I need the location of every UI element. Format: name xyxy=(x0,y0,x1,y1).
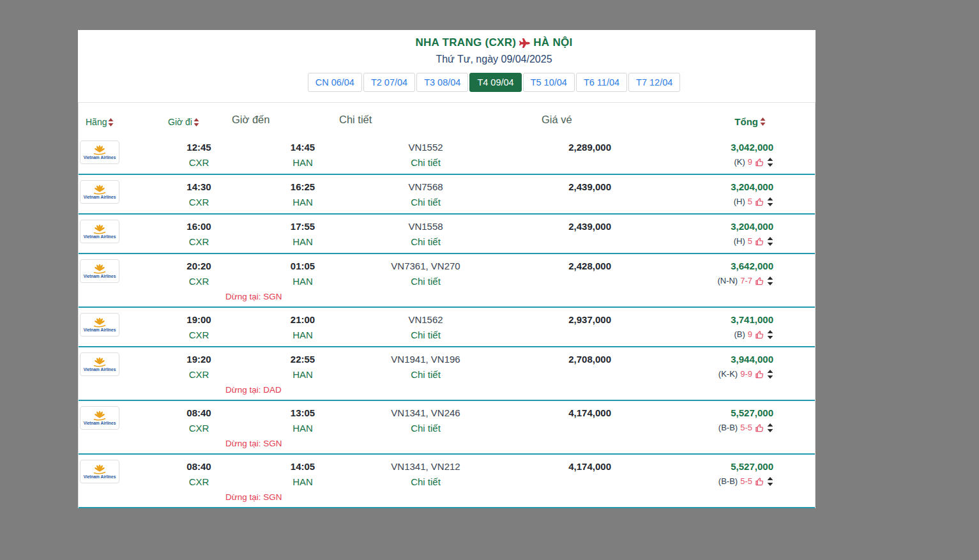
seats-left: 5 xyxy=(748,194,752,209)
seats-left: 5 xyxy=(748,234,752,249)
price-cell: 2,428,000 xyxy=(487,259,621,289)
plane-icon xyxy=(519,38,531,48)
departure-cell: 14:30 CXR xyxy=(156,179,241,210)
departure-airport-code: CXR xyxy=(156,234,241,250)
detail-link[interactable]: Chi tiết xyxy=(411,194,441,210)
fare-info: (B) 9 xyxy=(621,327,773,342)
price-stepper[interactable] xyxy=(767,158,773,167)
departure-airport-code: CXR xyxy=(156,194,241,210)
price-stepper[interactable] xyxy=(767,330,773,339)
price-stepper[interactable] xyxy=(767,237,773,246)
flight-number: VN1341, VN212 xyxy=(364,459,487,474)
arrival-airport-code: HAN xyxy=(241,474,364,490)
departure-time: 20:20 xyxy=(156,259,241,273)
thumbs-up-icon xyxy=(755,477,764,487)
price-cell: 4,174,000 xyxy=(487,405,621,436)
price-cell: 2,708,000 xyxy=(487,352,621,382)
seats-left: 9 xyxy=(748,327,752,342)
sort-airline-header[interactable]: Hãng xyxy=(86,117,114,127)
vietnam-airlines-logo: Vietnam Airlines xyxy=(80,460,119,483)
flight-row: Vietnam Airlines 20:20 CXR 01:05 HAN VN7… xyxy=(79,254,815,308)
fare-info: (K-K) 9-9 xyxy=(621,367,773,382)
thumbs-up-icon xyxy=(755,197,764,207)
detail-link[interactable]: Chi tiết xyxy=(411,367,441,382)
flight-results-panel: NHA TRANG (CXR) HÀ NỘI Thứ Tư, ngày 09/0… xyxy=(78,30,816,508)
date-tab-selected[interactable]: T4 09/04 xyxy=(469,73,521,92)
arrival-cell: 22:55 HAN xyxy=(241,352,364,382)
airline-cell: Vietnam Airlines xyxy=(79,259,156,289)
airline-cell: Vietnam Airlines xyxy=(79,312,156,343)
flight-number: VN1341, VN246 xyxy=(364,405,487,420)
seats-left: 7-7 xyxy=(740,273,752,289)
details-header: Chi tiết xyxy=(339,114,372,126)
total-cell: 3,944,000 (K-K) 9-9 xyxy=(621,352,816,382)
detail-link[interactable]: Chi tiết xyxy=(411,474,441,490)
thumbs-up-icon xyxy=(755,276,764,286)
thumbs-up-icon xyxy=(755,370,764,379)
departure-time: 14:30 xyxy=(156,179,241,194)
stopover-note: Dừng tại: SGN xyxy=(79,289,816,303)
total-price: 3,042,000 xyxy=(621,140,773,155)
price-stepper[interactable] xyxy=(767,370,773,379)
price-stepper[interactable] xyxy=(767,423,773,432)
date-tab[interactable]: T7 12/04 xyxy=(628,73,680,92)
route-title: NHA TRANG (CXR) HÀ NỘI xyxy=(172,36,816,49)
sort-icon xyxy=(760,117,766,126)
flight-row: Vietnam Airlines 16:00 CXR 17:55 HAN VN1… xyxy=(79,215,815,254)
arrival-airport-code: HAN xyxy=(241,273,364,289)
departure-time: 08:40 xyxy=(156,459,241,474)
vietnam-airlines-logo: Vietnam Airlines xyxy=(80,313,119,337)
departure-airport-code: CXR xyxy=(156,327,241,343)
date-tab[interactable]: T6 11/04 xyxy=(576,73,627,92)
date-tab[interactable]: T2 07/04 xyxy=(363,73,415,92)
airline-name: Vietnam Airlines xyxy=(84,328,116,333)
total-cell: 3,642,000 (N-N) 7-7 xyxy=(621,259,816,289)
total-price: 3,944,000 xyxy=(621,352,773,367)
detail-link[interactable]: Chi tiết xyxy=(411,420,441,436)
detail-link[interactable]: Chi tiết xyxy=(411,155,441,170)
airline-cell: Vietnam Airlines xyxy=(79,405,156,436)
results-header: NHA TRANG (CXR) HÀ NỘI Thứ Tư, ngày 09/0… xyxy=(78,30,816,92)
total-cell: 5,527,000 (B-B) 5-5 xyxy=(621,459,816,490)
arrival-cell: 17:55 HAN xyxy=(241,219,364,250)
date-tab[interactable]: CN 06/04 xyxy=(308,73,362,92)
arrival-airport-code: HAN xyxy=(241,155,364,170)
departure-cell: 19:00 CXR xyxy=(156,312,241,343)
sort-icon xyxy=(194,118,199,126)
fare-class: (B-B) xyxy=(718,474,738,489)
thumbs-up-icon xyxy=(755,423,764,433)
detail-link[interactable]: Chi tiết xyxy=(411,327,441,343)
departure-cell: 16:00 CXR xyxy=(156,219,241,250)
total-price: 3,642,000 xyxy=(621,259,773,273)
base-price: 2,708,000 xyxy=(487,352,611,367)
detail-link[interactable]: Chi tiết xyxy=(411,234,441,250)
price-stepper[interactable] xyxy=(767,477,773,486)
departure-airport-code: CXR xyxy=(156,474,241,490)
base-price: 2,439,000 xyxy=(487,179,611,194)
date-tab[interactable]: T5 10/04 xyxy=(523,73,575,92)
stopover-note: Dừng tại: DAD xyxy=(79,382,816,397)
airline-name: Vietnam Airlines xyxy=(84,234,116,239)
arrival-time: 16:25 xyxy=(241,179,364,194)
airline-name: Vietnam Airlines xyxy=(84,367,116,372)
departure-airport-code: CXR xyxy=(156,420,241,436)
flight-row: Vietnam Airlines 08:40 CXR 13:05 HAN VN1… xyxy=(79,401,815,455)
airline-name: Vietnam Airlines xyxy=(84,274,116,279)
flight-row: Vietnam Airlines 14:30 CXR 16:25 HAN VN7… xyxy=(79,175,815,215)
fare-info: (B-B) 5-5 xyxy=(621,420,773,435)
price-stepper[interactable] xyxy=(767,197,773,206)
flight-number: VN1558 xyxy=(364,219,487,234)
total-cell: 3,042,000 (K) 9 xyxy=(621,140,816,170)
date-tab[interactable]: T3 08/04 xyxy=(416,73,468,92)
airline-name: Vietnam Airlines xyxy=(84,421,116,426)
flight-row: Vietnam Airlines 08:40 CXR 14:05 HAN VN1… xyxy=(79,455,815,508)
sort-departure-header[interactable]: Giờ đi xyxy=(168,117,199,127)
detail-link[interactable]: Chi tiết xyxy=(411,273,441,289)
price-cell: 2,289,000 xyxy=(487,140,621,170)
airline-name: Vietnam Airlines xyxy=(84,474,116,480)
price-stepper[interactable] xyxy=(767,276,773,285)
vietnam-airlines-logo: Vietnam Airlines xyxy=(80,220,119,243)
seats-left: 5-5 xyxy=(740,474,752,489)
vietnam-airlines-logo: Vietnam Airlines xyxy=(80,259,119,283)
sort-total-header[interactable]: Tổng xyxy=(734,116,766,127)
